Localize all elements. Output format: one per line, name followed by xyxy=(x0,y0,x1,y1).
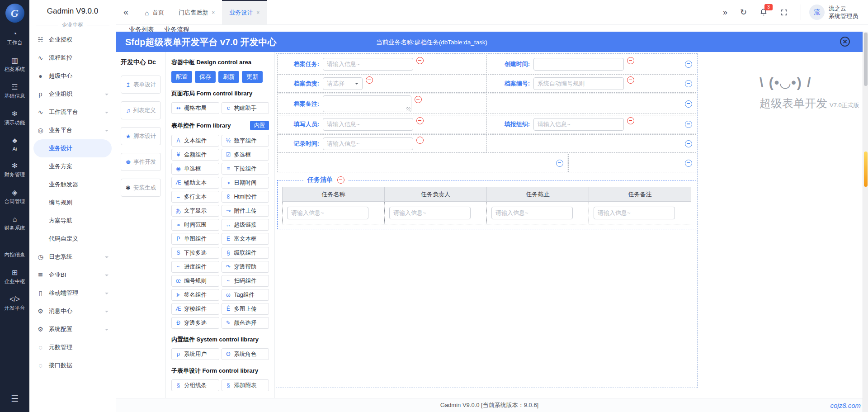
sidebar-item-system-config[interactable]: ⚙ 系统配置 xyxy=(29,320,116,338)
sidebar-item-ai[interactable]: ♣ Ai xyxy=(12,137,17,152)
sidebar-item-basic-info[interactable]: ☲ 基础信息 xyxy=(5,83,25,99)
task-name-input[interactable] xyxy=(287,207,368,219)
sidebar-item-mobile-management[interactable]: ▯ 移动端管理 xyxy=(29,284,116,302)
component-radio[interactable]: ◉单选框 xyxy=(171,163,219,175)
remove-row-icon[interactable] xyxy=(556,160,563,167)
component-system-role[interactable]: Θ系统角色 xyxy=(222,348,269,360)
component-datetime[interactable]: ◑日期时间 xyxy=(222,177,269,189)
scrollbar-thumb[interactable] xyxy=(864,33,868,86)
resize-handle[interactable] xyxy=(406,107,410,111)
field-archive-owner[interactable]: 档案负责: 请选择 xyxy=(277,74,487,93)
sidebar-item-dev-platform[interactable]: </> 开发平台 xyxy=(5,295,25,312)
sidebar-item-contract-management[interactable]: ◈ 合同管理 xyxy=(5,189,25,205)
sidebar-item-finance-system[interactable]: ⌂ 财务系统 xyxy=(5,215,25,232)
filler-person-input[interactable] xyxy=(323,118,413,131)
close-icon[interactable]: × xyxy=(212,9,215,16)
component-dropdown[interactable]: ≡下拉组件 xyxy=(222,163,269,175)
sidebar-item-message-center[interactable]: ⚙ 消息中心 xyxy=(29,302,116,320)
component-multiline-text[interactable]: =多行文本 xyxy=(171,191,219,203)
expand-tabs-icon[interactable]: » xyxy=(723,8,727,16)
field-record-time[interactable]: 记录时间: xyxy=(277,134,487,153)
sidebar-item-plan-navigation[interactable]: 方案导航 xyxy=(29,212,116,230)
remove-field-icon[interactable] xyxy=(627,57,634,64)
remove-row-icon[interactable] xyxy=(685,61,692,68)
component-lookup-multi-select[interactable]: Ð穿透多选 xyxy=(171,317,219,329)
component-checkbox[interactable]: ☑多选框 xyxy=(222,149,269,161)
component-progress[interactable]: ~进度组件 xyxy=(171,261,219,273)
update-button[interactable]: 更新 xyxy=(242,71,263,83)
dialog-close-icon[interactable] xyxy=(840,37,850,47)
sidebar-item-enterprise-org[interactable]: ρ 企业组织 xyxy=(29,85,116,103)
remove-field-icon[interactable] xyxy=(366,76,373,84)
component-attachment-upload[interactable]: ⊸附件上传 xyxy=(222,205,269,217)
save-button[interactable]: 保存 xyxy=(195,71,216,83)
component-add-subtable[interactable]: §添加附表 xyxy=(222,379,269,391)
component-time-range[interactable]: ≈时间范围 xyxy=(171,219,219,231)
sidebar-item-super-center[interactable]: ● 超级中心 xyxy=(29,67,116,85)
vertical-scrollbar[interactable] xyxy=(863,32,868,412)
task-remark-input[interactable] xyxy=(594,207,675,219)
scrollbar-marker[interactable] xyxy=(864,152,868,187)
sidebar-item-enterprise-auth[interactable]: ☵ 企业授权 xyxy=(29,31,116,49)
remove-row-icon[interactable] xyxy=(685,121,692,128)
archive-owner-select[interactable]: 请选择 xyxy=(323,77,363,90)
component-numbering-rule[interactable]: œ编号规则 xyxy=(171,275,219,287)
remove-row-icon[interactable] xyxy=(685,140,692,147)
remove-row-icon[interactable] xyxy=(685,80,692,87)
tab-store-aftersales[interactable]: 门店售后新 × xyxy=(171,0,222,24)
configure-button[interactable]: 配置 xyxy=(171,71,192,83)
component-hyperlink[interactable]: ↔超级链接 xyxy=(222,219,269,231)
field-report-org[interactable]: 填报组织: xyxy=(488,115,696,133)
empty-cell[interactable] xyxy=(488,94,696,114)
sidebar-item-finance-management[interactable]: ✻ 财务管理 xyxy=(5,162,25,178)
nav-form-design-button[interactable]: ↥ 表单设计 xyxy=(121,76,161,94)
builtin-badge[interactable]: 内置 xyxy=(250,121,269,130)
sidebar-item-metadata-management[interactable]: ◌ 元数管理 xyxy=(29,338,116,356)
component-qrcode-scan[interactable]: ~扫码组件 xyxy=(222,275,269,287)
field-archive-task[interactable]: 档案任务: xyxy=(277,55,487,73)
sidebar-item-business-plan[interactable]: 业务方案 xyxy=(29,157,116,175)
component-tag[interactable]: ωTag组件 xyxy=(222,289,269,301)
component-amount[interactable]: ¥金额组件 xyxy=(171,149,219,161)
app-logo[interactable]: G xyxy=(5,4,24,23)
refresh-icon[interactable]: ↻ xyxy=(740,8,747,16)
sidebar-item-process-monitor[interactable]: ∿ 流程监控 xyxy=(29,49,116,67)
component-text[interactable]: A文本组件 xyxy=(171,135,219,147)
field-create-time[interactable]: 创建时间: xyxy=(488,55,696,73)
component-text-display[interactable]: あ文字显示 xyxy=(171,205,219,217)
sidebar-item-workflow-platform[interactable]: ∿ 工作流平台 xyxy=(29,103,116,121)
remove-field-icon[interactable] xyxy=(627,117,634,124)
task-deadline-input[interactable] xyxy=(491,207,573,219)
component-cascade[interactable]: §级联组件 xyxy=(222,247,269,259)
component-rich-text[interactable]: E富文本框 xyxy=(222,233,269,245)
field-filler-person[interactable]: 填写人员: xyxy=(277,115,487,133)
remove-row-icon[interactable] xyxy=(685,100,692,108)
archive-remark-textarea[interactable] xyxy=(323,95,411,112)
component-html[interactable]: ƐHtml控件 xyxy=(222,191,269,203)
create-time-input[interactable] xyxy=(533,58,624,71)
empty-cell[interactable] xyxy=(568,154,696,172)
remove-field-icon[interactable] xyxy=(416,117,424,124)
tab-business-design[interactable]: 业务设计 × xyxy=(222,0,267,24)
menu-fold-icon[interactable]: ☰ xyxy=(11,393,19,404)
nav-script-design-button[interactable]: ★ 脚本设计 xyxy=(121,127,161,145)
bell-icon[interactable]: 3 xyxy=(760,8,768,16)
remove-field-icon[interactable] xyxy=(627,76,634,84)
sidebar-item-archive-system[interactable]: ▥ 档案系统 xyxy=(5,57,25,73)
site-link[interactable]: cojz8.com xyxy=(830,402,861,409)
component-multi-select-dropdown[interactable]: S下拉多选 xyxy=(171,247,219,259)
component-lookup-help[interactable]: ↷穿透帮助 xyxy=(222,261,269,273)
remove-section-icon[interactable] xyxy=(337,176,344,184)
user-menu[interactable]: 流 流之云 系统管理员 xyxy=(801,5,858,20)
sidebar-item-workbench[interactable]: ◔ 工作台 xyxy=(7,30,23,46)
subtab-business-list[interactable]: 业务列表 xyxy=(129,25,154,32)
subtab-business-flow[interactable]: 业务流程 xyxy=(164,25,189,32)
close-icon[interactable]: × xyxy=(256,9,259,16)
component-grid-layout[interactable]: ↭ 栅格布局 xyxy=(171,102,219,114)
component-system-user[interactable]: ρ系统用户 xyxy=(171,348,219,360)
archive-number-input[interactable] xyxy=(533,77,624,90)
sidebar-item-business-design[interactable]: 业务设计 xyxy=(33,139,112,157)
nav-install-generate-button[interactable]: ✱ 安装生成 xyxy=(121,179,161,197)
task-owner-input[interactable] xyxy=(389,207,471,219)
component-transfer[interactable]: Æ穿梭组件 xyxy=(171,303,219,315)
